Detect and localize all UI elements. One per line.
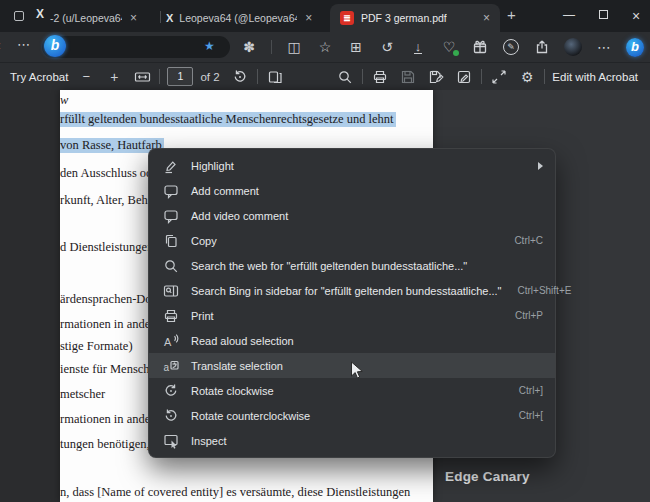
maximize-button[interactable] [596,8,610,22]
settings-gear-icon[interactable]: ⚙ [517,69,537,85]
tab-reddit[interactable]: X -2 (u/Leopeva64-2) × [36,4,158,32]
menu-item-print[interactable]: Print Ctrl+P [149,303,555,328]
expand-icon[interactable] [489,69,509,85]
menu-item-label: Copy [191,235,217,247]
page-number-input[interactable]: 1 [167,67,193,86]
menu-item-label: Search Bing in sidebar for "erfüllt gelt… [191,285,502,297]
menu-item-label: Search the web for "erfüllt geltenden bu… [191,260,467,272]
copy-icon [163,233,179,249]
bookmark-star-icon[interactable]: ★ [204,40,215,52]
draw-icon[interactable] [454,69,474,85]
zoom-in-button[interactable]: + [104,69,124,85]
tab-pdf-active[interactable]: ≣ PDF 3 german.pdf × [330,4,500,32]
favorites-icon[interactable]: ☆ [316,38,334,56]
menu-item-label: Rotate clockwise [191,385,274,397]
document-line: w [60,93,68,108]
rotate-icon[interactable] [230,69,250,85]
extensions-icon[interactable]: ✽ [240,38,258,56]
inspect-icon [163,433,179,449]
menu-item-label: Highlight [191,160,234,172]
try-acrobat-button[interactable]: Try Acrobat [10,71,68,83]
save-icon [398,69,418,85]
minimize-button[interactable]: — [562,8,576,22]
menu-item-shortcut: Ctrl+] [503,385,543,396]
back-icon[interactable]: ‹ [0,37,1,53]
workspace-icon[interactable] [14,11,24,21]
downloads-icon[interactable]: ↓ [409,38,427,56]
share-icon[interactable] [533,38,551,56]
tab-x-profile[interactable]: X Leopeva64 (@Leopeva64) / X × [166,4,328,32]
chevron-right-icon [538,162,543,170]
sidebar-search-icon [163,283,179,299]
address-bar[interactable] [42,36,230,58]
save-as-icon[interactable] [426,69,446,85]
zoom-out-button[interactable]: − [76,69,96,84]
split-screen-icon[interactable]: ◫ [285,38,303,56]
tab-close-icon[interactable]: × [130,12,137,24]
pdf-toolbar: Try Acrobat − + 1 of 2 ⚙ Edit with Acrob… [0,62,650,90]
pdfbar-separator [481,69,482,84]
document-line: ärdensprachen-Dol [60,292,155,307]
document-line-selected: rfüllt geltenden bundesstaatliche Mensch… [60,112,396,127]
annotate-circle-icon[interactable]: ✎ [502,38,520,56]
more-menu-icon[interactable]: ⋯ [595,38,613,56]
rotate-ccw-icon [163,408,179,424]
comment-icon [163,183,179,199]
tab-bar: X -2 (u/Leopeva64-2) × X Leopeva64 (@Leo… [0,0,650,32]
menu-item-add-video-comment[interactable]: Add video comment [149,203,555,228]
edit-with-acrobat-button[interactable]: Edit with Acrobat [552,71,638,83]
history-icon[interactable]: ↺ [378,38,396,56]
svg-text:a: a [164,361,170,372]
menu-item-rotate-clockwise[interactable]: Rotate clockwise Ctrl+] [149,378,555,403]
tab-close-icon[interactable]: × [305,12,312,24]
menu-item-inspect[interactable]: Inspect [149,428,555,453]
new-tab-button[interactable]: + [507,6,516,23]
menu-item-label: Inspect [191,435,226,447]
pdf-favicon: ≣ [340,11,354,25]
browser-essentials-icon[interactable]: ♡ [440,38,458,56]
tab-close-icon[interactable]: × [483,12,490,24]
tab-title: -2 (u/Leopeva64-2) [50,12,122,24]
web-capture-icon[interactable]: ⊞ [347,38,365,56]
menu-item-add-comment[interactable]: Add comment [149,178,555,203]
pdfbar-separator [159,69,160,84]
fit-width-icon[interactable] [132,69,152,85]
overflow-menu-icon[interactable]: ⋯ [17,37,31,52]
mouse-cursor [350,361,364,381]
print-icon[interactable] [370,69,390,85]
document-line: n, dass [Name of covered entity] es vers… [60,485,410,500]
copilot-icon[interactable]: b [626,38,644,56]
search-icon[interactable] [335,69,355,85]
document-line: ienste für Menschen [60,362,161,377]
x-favicon: X [166,12,173,24]
pdfbar-separator [544,69,545,84]
document-line: metscher [60,387,105,402]
document-line: stige Formate) [60,339,133,354]
menu-item-search-web[interactable]: Search the web for "erfüllt geltenden bu… [149,253,555,278]
menu-item-label: Read aloud selection [191,335,294,347]
apps-icon[interactable] [471,38,489,56]
menu-item-read-aloud[interactable]: A Read aloud selection [149,328,555,353]
profile-avatar[interactable] [564,38,582,56]
menu-item-label: Translate selection [191,360,283,372]
page-view-icon[interactable] [265,69,285,85]
bing-logo-icon[interactable]: b [44,35,66,57]
menu-item-label: Rotate counterclockwise [191,410,310,422]
menu-item-highlight[interactable]: Highlight [149,153,555,178]
menu-item-search-bing-sidebar[interactable]: Search Bing in sidebar for "erfüllt gelt… [149,278,555,303]
close-window-button[interactable]: × [629,8,643,24]
tab-title: Leopeva64 (@Leopeva64) / X [179,12,297,24]
video-comment-icon [163,208,179,224]
menu-item-label: Add video comment [191,210,288,222]
highlighter-icon [163,158,179,174]
menu-item-shortcut: Ctrl+P [499,310,543,321]
menu-item-rotate-counterclockwise[interactable]: Rotate counterclockwise Ctrl+[ [149,403,555,428]
page-total-label: of 2 [200,71,219,83]
document-line: den Ausschluss oder [60,166,162,181]
pdfbar-separator [362,69,363,84]
document-line: rkunft, Alter, Behin [60,193,157,208]
tab-separator [160,11,161,23]
menu-item-label: Print [191,310,214,322]
toolbar-separator [271,40,272,54]
menu-item-copy[interactable]: Copy Ctrl+C [149,228,555,253]
